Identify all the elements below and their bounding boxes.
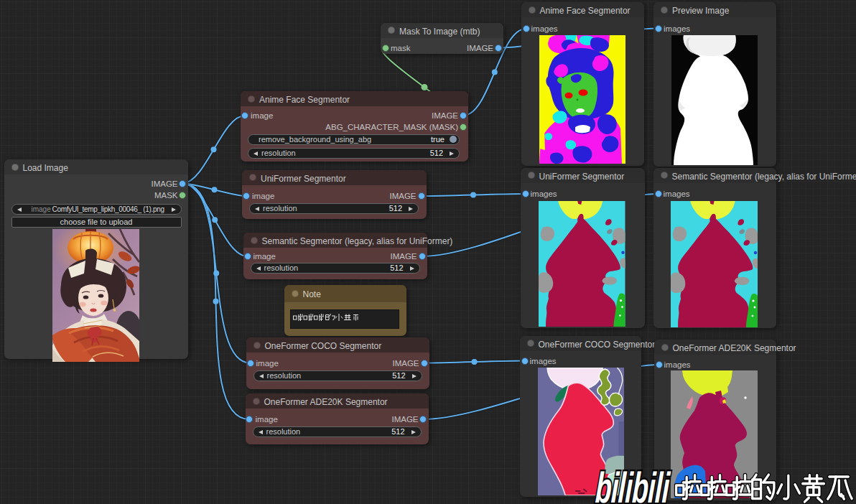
svg-text:bilibili: bilibili [595,464,672,504]
